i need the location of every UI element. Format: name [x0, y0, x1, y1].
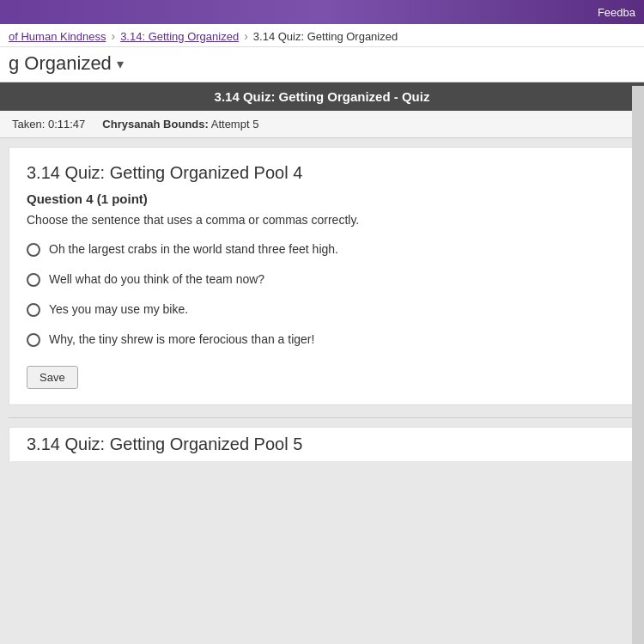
page-title-dropdown-icon[interactable]: ▾ — [117, 56, 124, 72]
answer-option-4[interactable]: Why, the tiny shrew is more ferocious th… — [27, 332, 617, 347]
question-label: Question 4 (1 point) — [27, 191, 617, 206]
question-prompt: Choose the sentence that uses a comma or… — [27, 213, 617, 227]
radio-button-4[interactable] — [27, 333, 40, 347]
answer-text-1: Oh the largest crabs in the world stand … — [49, 242, 338, 256]
answer-option-3[interactable]: Yes you may use my bike. — [27, 302, 617, 317]
breadcrumb-sep-2: › — [244, 29, 248, 43]
save-button[interactable]: Save — [27, 366, 78, 389]
breadcrumb-bar: of Human Kindness › 3.14: Getting Organi… — [0, 24, 644, 47]
pool-divider — [9, 417, 635, 418]
quiz-time: Taken: 0:11:47 — [12, 118, 85, 131]
answer-option-2[interactable]: Well what do you think of the team now? — [27, 272, 617, 287]
content-area: 3.14 Quiz: Getting Organized - Quiz Take… — [0, 82, 644, 461]
quiz-time-label: Taken: — [12, 118, 45, 131]
top-bar: Feedba — [0, 0, 644, 24]
pool5-title: 3.14 Quiz: Getting Organized Pool 5 — [9, 427, 635, 461]
breadcrumb: of Human Kindness › 3.14: Getting Organi… — [9, 29, 635, 43]
quiz-user-name: Chrysanah Bounds: — [102, 118, 209, 131]
question-number: Question 4 — [27, 191, 94, 206]
breadcrumb-item-3: 3.14 Quiz: Getting Organized — [253, 30, 398, 43]
quiz-pool-4: 3.14 Quiz: Getting Organized Pool 4 Ques… — [9, 147, 635, 405]
breadcrumb-item-2[interactable]: 3.14: Getting Organized — [120, 30, 239, 43]
pool4-title: 3.14 Quiz: Getting Organized Pool 4 — [27, 163, 617, 183]
answer-text-3: Yes you may use my bike. — [49, 302, 188, 316]
question-points: (1 point) — [97, 191, 148, 206]
answer-option-1[interactable]: Oh the largest crabs in the world stand … — [27, 242, 617, 257]
radio-button-3[interactable] — [27, 303, 40, 317]
quiz-meta: Taken: 0:11:47 Chrysanah Bounds: Attempt… — [0, 111, 644, 138]
quiz-header: 3.14 Quiz: Getting Organized - Quiz — [0, 82, 644, 111]
page-title-bar: g Organized ▾ — [0, 47, 644, 82]
page-title-text: g Organized — [9, 52, 112, 75]
radio-button-1[interactable] — [27, 243, 40, 257]
answer-text-4: Why, the tiny shrew is more ferocious th… — [49, 332, 314, 346]
quiz-user: Chrysanah Bounds: Attempt 5 — [102, 118, 258, 131]
breadcrumb-item-1[interactable]: of Human Kindness — [9, 30, 106, 43]
quiz-attempt: Attempt 5 — [211, 118, 259, 131]
feedback-label: Feedba — [598, 6, 635, 19]
scrollbar[interactable] — [632, 86, 644, 644]
breadcrumb-sep-1: › — [111, 29, 115, 43]
radio-button-2[interactable] — [27, 273, 40, 287]
answer-text-2: Well what do you think of the team now? — [49, 272, 264, 286]
quiz-time-value: 0:11:47 — [48, 118, 85, 131]
